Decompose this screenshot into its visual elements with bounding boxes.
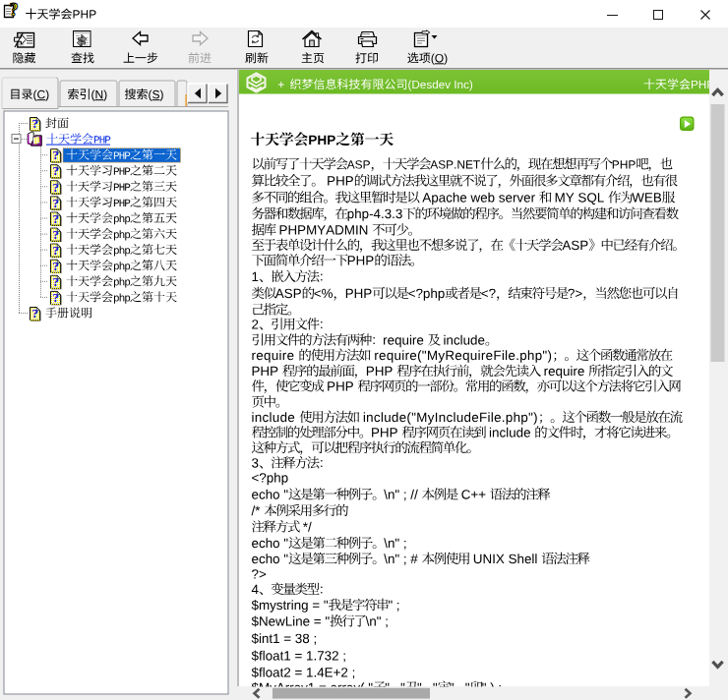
svg-text:?: ? <box>52 227 59 242</box>
svg-text:?: ? <box>31 306 38 321</box>
svg-text:?: ? <box>52 290 59 305</box>
svg-text:?: ? <box>52 180 59 195</box>
svg-text:?: ? <box>10 0 19 20</box>
svg-text:?: ? <box>52 211 59 226</box>
svg-text:?: ? <box>52 243 59 258</box>
svg-text:?: ? <box>52 196 59 210</box>
svg-text:?: ? <box>31 116 38 131</box>
svg-text:?: ? <box>52 259 59 273</box>
svg-text:?: ? <box>52 147 59 162</box>
svg-text:?: ? <box>52 274 59 289</box>
svg-text:?: ? <box>52 163 59 178</box>
